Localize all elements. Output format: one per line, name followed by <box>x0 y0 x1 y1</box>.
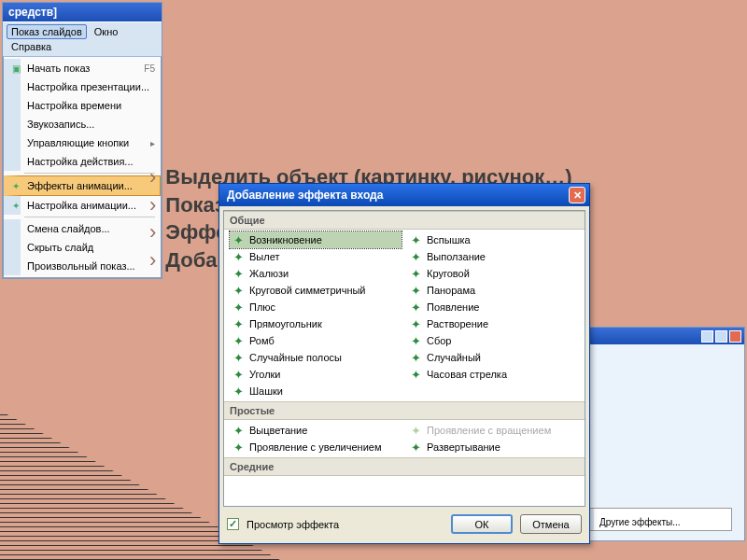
effect-item[interactable]: ✦Выползание <box>407 248 579 265</box>
star-icon: ✦ <box>409 250 422 263</box>
menu-item-icon: ▣ <box>9 62 22 75</box>
menu-item-icon: ✦ <box>9 199 22 212</box>
bgwin-max-icon <box>715 330 727 343</box>
star-icon: ✦ <box>409 334 422 347</box>
effect-label: Прямоугольник <box>249 318 322 329</box>
menu-item-label: Начать показ <box>27 63 139 74</box>
effect-item[interactable]: ✦Уголки <box>230 366 402 383</box>
effect-label: Растворение <box>427 318 488 329</box>
menu-item-label: Настройка анимации... <box>27 200 150 211</box>
effect-item[interactable]: ✦Часовая стрелка <box>407 366 579 383</box>
close-icon[interactable]: ✕ <box>569 187 585 203</box>
effect-label: Плюс <box>249 301 275 313</box>
effect-label: Ромб <box>249 335 275 346</box>
effect-item[interactable]: ✦Растворение <box>407 315 579 332</box>
effect-label: Жалюзи <box>249 268 289 279</box>
effect-item[interactable]: ✦Круговой <box>407 265 579 282</box>
window-title-fragment: средств] <box>3 3 162 21</box>
menu-help[interactable]: Справка <box>7 39 56 54</box>
effect-label: Часовая стрелка <box>427 369 507 380</box>
star-icon: ✦ <box>409 284 422 297</box>
menu-item-label: Настройка времени <box>27 100 150 111</box>
ok-button[interactable]: ОК <box>451 514 513 534</box>
star-icon: ✦ <box>232 233 245 246</box>
effect-item[interactable]: ✦Сбор <box>407 332 579 349</box>
dialog-titlebar[interactable]: Добавление эффекта входа ✕ <box>219 184 589 206</box>
effect-item[interactable]: ✦Плюс <box>230 299 402 315</box>
effect-label: Сбор <box>427 335 451 346</box>
menu-item[interactable]: ✦ Настройка анимации... <box>4 196 161 215</box>
preview-checkbox-label[interactable]: Просмотр эффекта <box>247 519 444 530</box>
star-icon: ✦ <box>232 385 245 398</box>
star-icon: ✦ <box>409 441 422 454</box>
star-icon: ✦ <box>232 301 245 314</box>
star-icon: ✦ <box>232 250 245 263</box>
menu-item-icon <box>9 136 22 149</box>
bgwin-min-icon <box>701 330 713 343</box>
menu-item[interactable]: Настройка времени <box>4 96 161 115</box>
effect-item[interactable]: ✦Случайные полосы <box>230 349 402 366</box>
effect-label: Возникновение <box>249 234 322 245</box>
menu-item[interactable]: ✦ Эффекты анимации... <box>4 175 161 196</box>
bg-animation-submenu: Другие эффекты... <box>578 508 732 531</box>
effect-item[interactable]: ✦Выцветание <box>230 422 402 439</box>
menu-item[interactable]: Настройка презентации... <box>4 77 161 96</box>
menu-item-icon <box>9 118 22 131</box>
cancel-button[interactable]: Отмена <box>520 514 582 534</box>
menu-item-icon <box>9 259 22 273</box>
effect-item[interactable]: ✦Проявление с увеличением <box>230 439 402 455</box>
menu-window[interactable]: Окно <box>90 24 123 39</box>
menu-item-label: Настройка презентации... <box>27 81 150 92</box>
effect-item[interactable]: ✦Жалюзи <box>230 265 402 282</box>
menu-item[interactable]: Смена слайдов... <box>4 219 161 238</box>
effect-label: Выползание <box>427 251 486 262</box>
effect-item[interactable]: ✦Проявление с вращением <box>407 422 579 439</box>
menu-slideshow[interactable]: Показ слайдов <box>7 24 87 39</box>
star-icon: ✦ <box>409 368 422 381</box>
effect-item[interactable]: ✦Ромб <box>230 332 402 349</box>
star-icon: ✦ <box>232 368 245 381</box>
effect-item[interactable]: ✦Случайный <box>407 349 579 366</box>
star-icon: ✦ <box>232 441 245 454</box>
effect-item[interactable]: ✦Вспышка <box>407 231 579 248</box>
effect-item[interactable]: ✦Панорама <box>407 282 579 299</box>
effect-label: Круговой <box>427 268 470 279</box>
bg-submenu-item-other[interactable]: Другие эффекты... <box>579 514 731 530</box>
menu-item-shortcut: F5 <box>144 63 155 74</box>
effect-item[interactable]: ✦Круговой симметричный <box>230 282 402 299</box>
effect-item[interactable]: ✦Развертывание <box>407 439 579 455</box>
bgwin-close-icon <box>729 330 741 343</box>
menu-item[interactable]: Произвольный показ... <box>4 257 161 275</box>
menu-item-icon <box>9 99 22 112</box>
star-icon: ✦ <box>232 317 245 330</box>
effect-item[interactable]: ✦Шашки <box>230 383 402 399</box>
menu-item[interactable]: Настройка действия... <box>4 152 161 171</box>
effect-item[interactable]: ✦Возникновение <box>230 231 402 248</box>
effect-item[interactable]: ✦Появление <box>407 299 579 315</box>
effect-label: Выцветание <box>249 425 307 436</box>
star-icon: ✦ <box>409 233 422 246</box>
effect-label: Вылет <box>249 251 279 262</box>
menu-item-shortcut: ▸ <box>150 138 155 148</box>
star-icon: ✦ <box>232 424 245 437</box>
menu-item[interactable]: Скрыть слайд <box>4 238 161 257</box>
menu-item-icon <box>9 222 22 235</box>
menu-item[interactable]: Управляющие кнопки ▸ <box>4 133 161 152</box>
menu-item-label: Звукозапись... <box>27 119 150 130</box>
effect-label: Проявление с увеличением <box>249 441 381 453</box>
effect-item[interactable]: ✦Прямоугольник <box>230 315 402 332</box>
effect-item[interactable]: ✦Вылет <box>230 248 402 265</box>
menu-item-icon <box>9 155 22 168</box>
effect-label: Шашки <box>249 385 283 397</box>
preview-checkbox[interactable]: ✓ <box>227 518 239 530</box>
star-icon: ✦ <box>409 351 422 364</box>
menu-item[interactable]: Звукозапись... <box>4 115 161 133</box>
dialog-footer: ✓ Просмотр эффекта ОК Отмена <box>219 507 589 543</box>
menu-item[interactable]: ▣ Начать показ F5 <box>4 59 161 77</box>
star-icon: ✦ <box>232 351 245 364</box>
menu-item-label: Смена слайдов... <box>27 223 150 234</box>
effect-label: Случайный <box>427 352 481 363</box>
effect-group-header: Средние <box>224 457 585 476</box>
menu-item-label: Управляющие кнопки <box>27 137 146 148</box>
menu-item-icon <box>9 241 22 254</box>
